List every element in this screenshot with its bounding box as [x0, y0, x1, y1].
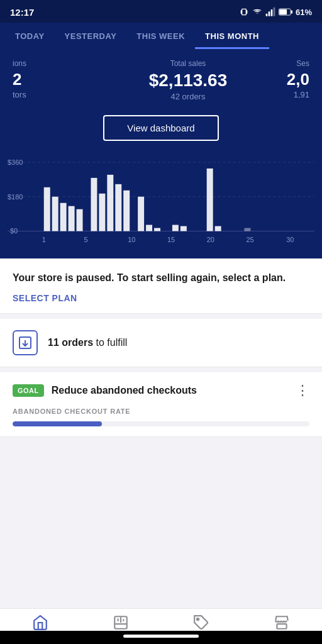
svg-rect-26 [154, 228, 160, 231]
svg-rect-23 [123, 191, 130, 231]
stat-conversions-value: 2 [13, 70, 130, 89]
wifi-icon [252, 7, 262, 17]
svg-rect-17 [69, 206, 75, 231]
svg-text:$180: $180 [8, 193, 23, 201]
svg-rect-15 [52, 197, 58, 231]
stat-sessions-value: 2,0 [247, 70, 309, 89]
vibrate-icon [239, 7, 249, 17]
svg-rect-30 [215, 226, 221, 231]
chart-area: $360 $180 $0 [0, 151, 322, 258]
stat-conversions-label: ions [13, 59, 130, 68]
stat-sales-value: $2,113.63 [130, 70, 247, 91]
signal-icon [265, 7, 275, 17]
svg-rect-18 [77, 209, 83, 231]
status-bar: 12:17 61% [0, 0, 322, 23]
svg-rect-14 [44, 187, 50, 231]
home-nav-icon [31, 614, 49, 631]
goal-more-button[interactable]: ⋮ [296, 384, 309, 397]
svg-text:1: 1 [42, 236, 46, 243]
svg-rect-28 [180, 226, 187, 231]
svg-rect-19 [91, 178, 97, 231]
dashboard-header: TODAY YESTERDAY THIS WEEK THIS MONTH ion… [0, 23, 322, 258]
orders-count: 11 orders [48, 337, 93, 348]
svg-rect-43 [277, 624, 286, 629]
download-box-icon [18, 335, 33, 350]
svg-rect-1 [266, 14, 268, 16]
status-icons: 61% [239, 7, 312, 17]
fulfill-text: 11 orders to fulfill [48, 337, 127, 348]
goal-title: Reduce abandoned checkouts [52, 385, 197, 396]
svg-point-42 [197, 618, 199, 620]
svg-text:10: 10 [128, 236, 135, 243]
paused-text: Your store is paused. To start selling a… [13, 271, 309, 285]
orders-fulfill: 11 orders to fulfill [0, 319, 322, 367]
stats-row: ions 2 tors Total sales $2,113.63 42 ord… [0, 49, 322, 109]
products-icon [193, 614, 209, 631]
stat-conversions: ions 2 tors [13, 59, 130, 99]
svg-rect-4 [274, 8, 275, 16]
svg-rect-31 [244, 228, 250, 231]
svg-text:5: 5 [84, 236, 88, 243]
svg-rect-2 [269, 11, 270, 16]
stat-sales: Total sales $2,113.63 42 orders [130, 59, 247, 101]
goal-left: GOAL Reduce abandoned checkouts [13, 384, 197, 397]
btn-row: View dashboard [0, 109, 322, 151]
tabs-row: TODAY YESTERDAY THIS WEEK THIS MONTH [0, 23, 322, 49]
stat-orders-count: 42 orders [130, 92, 247, 101]
svg-rect-20 [99, 194, 105, 231]
svg-text:$0: $0 [10, 227, 18, 235]
stat-sessions: Ses 2,0 1,91 [247, 59, 309, 99]
svg-rect-16 [60, 203, 67, 231]
svg-text:$360: $360 [8, 158, 23, 166]
svg-rect-7 [279, 9, 287, 14]
paused-notice: Your store is paused. To start selling a… [0, 258, 322, 313]
svg-rect-25 [146, 225, 152, 231]
battery-percent: 61% [296, 8, 312, 17]
status-time: 12:17 [10, 7, 34, 18]
fulfill-icon [13, 330, 38, 355]
svg-rect-21 [107, 175, 113, 231]
goal-card: GOAL Reduce abandoned checkouts ⋮ ABANDO… [0, 372, 322, 437]
store-icon [274, 614, 290, 631]
view-dashboard-button[interactable]: View dashboard [103, 115, 218, 141]
select-plan-link[interactable]: SELECT PLAN [13, 293, 309, 303]
goal-progress-bar [13, 421, 309, 426]
goal-progress-fill [13, 421, 102, 426]
home-icon [32, 614, 48, 631]
battery-icon [279, 8, 292, 16]
svg-text:15: 15 [167, 236, 175, 243]
stat-sales-label: Total sales [130, 59, 247, 68]
goal-header: GOAL Reduce abandoned checkouts ⋮ [13, 384, 309, 397]
svg-text:25: 25 [246, 236, 253, 243]
goal-metric-label: ABANDONED CHECKOUT RATE [13, 408, 309, 415]
tab-this-week[interactable]: THIS WEEK [126, 23, 195, 49]
orders-nav-icon [112, 614, 130, 631]
orders-icon [113, 614, 129, 631]
stat-sessions-label: Ses [247, 59, 309, 68]
svg-rect-29 [207, 169, 213, 231]
sales-chart: $360 $180 $0 [8, 156, 314, 256]
svg-rect-24 [138, 197, 144, 231]
svg-rect-6 [291, 10, 292, 13]
products-nav-icon [192, 614, 210, 631]
svg-text:30: 30 [286, 236, 294, 243]
goal-badge: GOAL [13, 384, 44, 397]
tab-this-month[interactable]: THIS MONTH [195, 23, 269, 49]
home-indicator-bar [0, 631, 322, 644]
svg-rect-3 [271, 9, 273, 16]
tab-today[interactable]: TODAY [5, 23, 55, 49]
home-pill [123, 635, 199, 638]
svg-rect-22 [115, 184, 121, 231]
stat-sessions-sub: 1,91 [247, 90, 309, 99]
tab-yesterday[interactable]: YESTERDAY [55, 23, 127, 49]
svg-rect-27 [172, 225, 179, 231]
stat-conversions-sub: tors [13, 90, 130, 99]
svg-rect-0 [242, 9, 247, 14]
svg-text:20: 20 [207, 236, 214, 243]
store-nav-icon [273, 614, 291, 631]
